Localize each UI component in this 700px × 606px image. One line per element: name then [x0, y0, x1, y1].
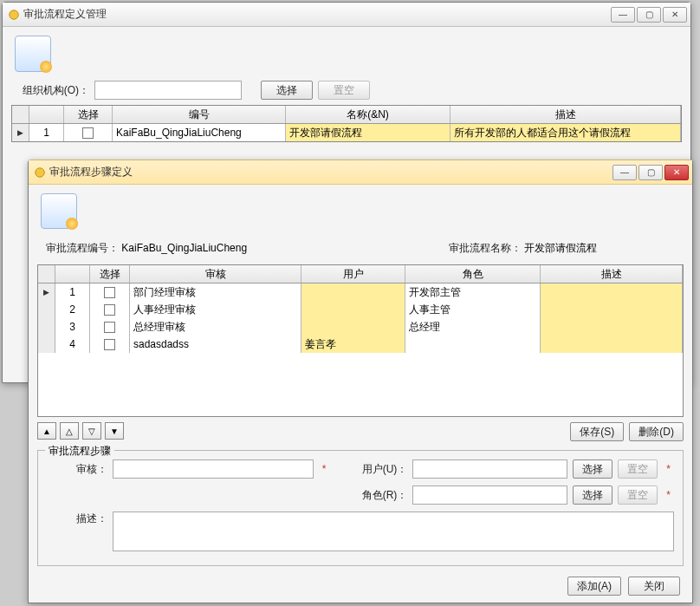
cell-user[interactable] — [301, 301, 405, 318]
col-desc[interactable]: 描述 — [450, 106, 681, 123]
table-row[interactable]: 3总经理审核总经理 — [38, 318, 683, 336]
cell-role[interactable]: 开发部主管 — [405, 283, 541, 301]
reorder-buttons: ▲ △ ▽ ▼ — [37, 422, 124, 440]
name-value: 开发部请假流程 — [524, 242, 597, 254]
row-checkbox[interactable] — [104, 339, 115, 350]
row-marker — [38, 318, 55, 336]
group-title: 审批流程步骤 — [45, 444, 114, 459]
audit-input[interactable] — [113, 459, 314, 479]
table-row[interactable]: 2人事经理审核人事主管 — [38, 301, 683, 318]
audit-label: 审核： — [47, 462, 107, 477]
cell-role[interactable]: 人事主管 — [405, 301, 541, 318]
cell-audit[interactable]: 人事经理审核 — [130, 301, 301, 318]
app-icon — [8, 9, 20, 21]
minimize-button[interactable]: — — [612, 165, 637, 180]
cell-user[interactable] — [301, 318, 405, 336]
required-mark: * — [322, 463, 327, 475]
org-input[interactable] — [94, 81, 242, 100]
row-checkbox[interactable] — [82, 127, 94, 139]
cell-audit[interactable]: sadasdadss — [130, 336, 301, 353]
user-clear-button[interactable]: 置空 — [618, 459, 658, 479]
table-row[interactable]: 1部门经理审核开发部主管 — [38, 283, 683, 301]
row-marker — [38, 336, 55, 353]
role-select-button[interactable]: 选择 — [573, 485, 612, 505]
col-select[interactable]: 选择 — [64, 106, 113, 123]
required-mark: * — [666, 489, 671, 501]
desc-label: 描述： — [47, 512, 107, 526]
cell-audit[interactable]: 总经理审核 — [130, 318, 301, 336]
step-form-group: 审批流程步骤 审核： * 用户(U)： 选择 置空 * — [37, 450, 684, 566]
user-select-button[interactable]: 选择 — [573, 459, 612, 479]
col-code[interactable]: 编号 — [113, 106, 286, 123]
delete-button[interactable]: 删除(D) — [629, 422, 684, 441]
col-audit[interactable]: 审核 — [130, 265, 301, 283]
row-checkbox[interactable] — [104, 322, 115, 333]
close-button[interactable]: ✕ — [663, 7, 687, 23]
cell-desc[interactable] — [541, 318, 683, 336]
cell-desc[interactable]: 所有开发部的人都适合用这个请假流程 — [450, 124, 681, 141]
cell-desc[interactable] — [541, 336, 683, 353]
cell-desc[interactable] — [541, 283, 683, 301]
cell-audit[interactable]: 部门经理审核 — [130, 283, 301, 301]
row-marker — [12, 124, 29, 141]
move-down-button[interactable]: ▽ — [82, 422, 101, 440]
titlebar[interactable]: 审批流程定义管理 — ▢ ✕ — [3, 3, 690, 27]
close-dialog-button[interactable]: 关闭 — [628, 577, 680, 596]
name-label: 审批流程名称： — [449, 242, 522, 254]
move-bottom-button[interactable]: ▼ — [105, 422, 124, 440]
role-input[interactable] — [412, 485, 567, 505]
titlebar[interactable]: 审批流程步骤定义 — ▢ ✕ — [29, 160, 692, 185]
window-title: 审批流程定义管理 — [23, 7, 607, 22]
col-user[interactable]: 用户 — [301, 265, 405, 283]
svg-point-1 — [36, 167, 45, 177]
move-up-button[interactable]: △ — [60, 422, 79, 440]
col-role[interactable]: 角色 — [405, 265, 541, 283]
row-marker — [38, 283, 55, 301]
maximize-button[interactable]: ▢ — [638, 165, 663, 180]
table-row[interactable]: 4sadasdadss姜言孝 — [38, 336, 683, 353]
row-marker — [38, 301, 55, 318]
role-clear-button[interactable]: 置空 — [618, 485, 658, 505]
col-desc[interactable]: 描述 — [541, 265, 683, 283]
role-label: 角色(R)： — [347, 488, 407, 503]
col-name[interactable]: 名称(&N) — [286, 106, 450, 123]
window-workflow-steps: 审批流程步骤定义 — ▢ ✕ 审批流程编号： KaiFaBu_QingJiaLi… — [28, 160, 693, 603]
app-icon — [34, 166, 46, 179]
minimize-button[interactable]: — — [611, 7, 635, 23]
add-button[interactable]: 添加(A) — [567, 577, 621, 596]
table-row[interactable]: 1 KaiFaBu_QingJiaLiuCheng 开发部请假流程 所有开发部的… — [12, 124, 681, 141]
cell-desc[interactable] — [541, 301, 683, 318]
cell-user[interactable]: 姜言孝 — [301, 336, 405, 353]
code-label: 审批流程编号： — [46, 242, 119, 254]
user-label: 用户(U)： — [347, 462, 407, 477]
cell-user[interactable] — [301, 283, 405, 301]
row-checkbox[interactable] — [104, 304, 115, 316]
steps-grid[interactable]: 选择 审核 用户 角色 描述 1部门经理审核开发部主管2人事经理审核人事主管3总… — [37, 264, 684, 417]
code-value: KaiFaBu_QingJiaLiuCheng — [121, 242, 247, 254]
maximize-button[interactable]: ▢ — [637, 7, 661, 23]
workflow-grid[interactable]: 选择 编号 名称(&N) 描述 1 KaiFaBu_QingJiaLiuChen… — [11, 105, 682, 142]
close-button[interactable]: ✕ — [664, 165, 689, 180]
desc-input[interactable] — [113, 512, 674, 551]
save-button[interactable]: 保存(S) — [570, 422, 624, 441]
col-select[interactable]: 选择 — [90, 265, 130, 283]
cell-name[interactable]: 开发部请假流程 — [286, 124, 450, 141]
cell-role[interactable]: 总经理 — [405, 318, 541, 336]
module-icon — [41, 193, 77, 229]
org-label: 组织机构(O)： — [11, 83, 89, 98]
module-icon — [15, 36, 51, 72]
required-mark: * — [666, 463, 671, 475]
svg-point-0 — [10, 10, 19, 19]
user-input[interactable] — [412, 459, 567, 479]
cell-role[interactable] — [405, 336, 541, 353]
org-clear-button[interactable]: 置空 — [318, 81, 370, 100]
cell-code[interactable]: KaiFaBu_QingJiaLiuCheng — [113, 124, 286, 141]
move-top-button[interactable]: ▲ — [37, 422, 56, 440]
row-checkbox[interactable] — [104, 287, 115, 298]
org-select-button[interactable]: 选择 — [261, 81, 313, 100]
window-title: 审批流程步骤定义 — [49, 165, 609, 179]
